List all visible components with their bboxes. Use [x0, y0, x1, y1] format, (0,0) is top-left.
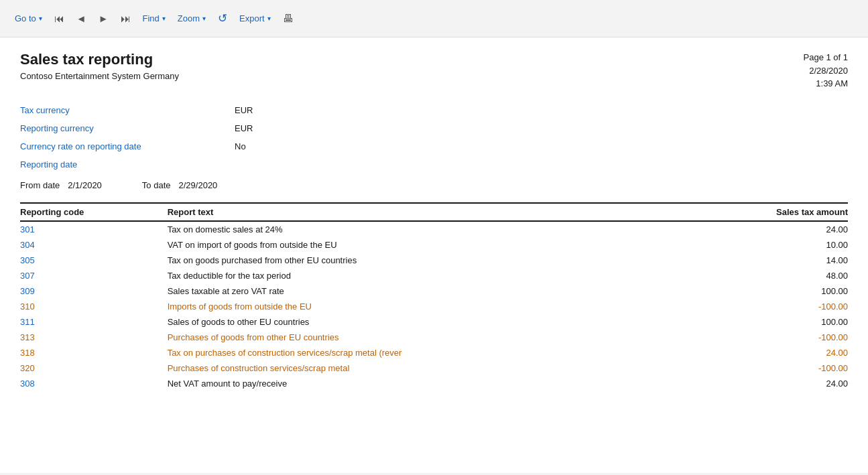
report-title-section: Sales tax reporting Contoso Entertainmen… [20, 51, 179, 81]
row-amount: 24.00 [677, 221, 848, 237]
row-amount: -100.00 [677, 360, 848, 376]
goto-chevron-icon: ▾ [39, 15, 42, 22]
row-description: Purchases of goods from other EU countri… [168, 330, 677, 345]
row-code: 313 [20, 330, 168, 345]
export-button[interactable]: Export ▾ [235, 11, 275, 26]
zoom-button[interactable]: Zoom ▾ [174, 11, 210, 26]
nav-next-button[interactable]: ► [95, 10, 113, 27]
row-code: 307 [20, 268, 168, 283]
tax-currency-row: Tax currency EUR [20, 101, 848, 119]
zoom-chevron-icon: ▾ [202, 15, 206, 22]
table-row: 305Tax on goods purchased from other EU … [20, 253, 848, 268]
row-code: 311 [20, 314, 168, 330]
reporting-date-row: Reporting date [20, 155, 848, 174]
row-code: 318 [20, 345, 168, 360]
row-description: Tax on domestic sales at 24% [168, 221, 677, 237]
refresh-button[interactable]: ↺ [214, 9, 231, 28]
report-time: 1:39 AM [804, 77, 849, 90]
goto-button[interactable]: Go to ▾ [11, 11, 46, 26]
currency-rate-row: Currency rate on reporting date No [20, 137, 848, 155]
zoom-label: Zoom [178, 13, 200, 23]
reporting-date-label: Reporting date [20, 159, 235, 169]
find-label: Find [143, 13, 160, 23]
report-header: Sales tax reporting Contoso Entertainmen… [20, 51, 848, 90]
currency-rate-value: No [235, 141, 246, 151]
report-table: Reporting code Report text Sales tax amo… [20, 202, 848, 391]
row-code: 305 [20, 253, 168, 268]
export-label: Export [239, 13, 265, 23]
report-area: Sales tax reporting Contoso Entertainmen… [0, 38, 868, 473]
row-amount: -100.00 [677, 330, 848, 345]
col-report-text: Report text [168, 203, 677, 221]
table-header-row: Reporting code Report text Sales tax amo… [20, 203, 848, 221]
row-code: 320 [20, 360, 168, 376]
row-amount: 24.00 [677, 345, 848, 360]
to-date-group: To date 2/29/2020 [142, 180, 218, 190]
row-amount: 10.00 [677, 237, 848, 253]
from-date-group: From date 2/1/2020 [20, 180, 102, 190]
col-sales-tax-amount: Sales tax amount [677, 203, 848, 221]
goto-label: Go to [15, 13, 36, 23]
report-title: Sales tax reporting [20, 51, 179, 68]
row-code: 309 [20, 283, 168, 299]
row-description: Net VAT amount to pay/receive [168, 376, 677, 391]
page-info: Page 1 of 1 [804, 51, 849, 64]
table-row: 307Tax deductible for the tax period48.0… [20, 268, 848, 283]
table-row: 304VAT on import of goods from outside t… [20, 237, 848, 253]
tax-currency-value: EUR [235, 105, 253, 115]
info-section: Tax currency EUR Reporting currency EUR … [20, 101, 848, 174]
table-row: 310Imports of goods from outside the EU-… [20, 299, 848, 314]
reporting-currency-row: Reporting currency EUR [20, 119, 848, 137]
row-amount: 100.00 [677, 283, 848, 299]
table-row: 309Sales taxable at zero VAT rate100.00 [20, 283, 848, 299]
row-description: Tax on goods purchased from other EU cou… [168, 253, 677, 268]
row-amount: 48.00 [677, 268, 848, 283]
row-amount: -100.00 [677, 299, 848, 314]
table-row: 313Purchases of goods from other EU coun… [20, 330, 848, 345]
table-row: 311Sales of goods to other EU countries1… [20, 314, 848, 330]
export-chevron-icon: ▾ [267, 15, 271, 22]
row-code: 310 [20, 299, 168, 314]
tax-currency-label: Tax currency [20, 105, 235, 115]
table-row: 308Net VAT amount to pay/receive24.00 [20, 376, 848, 391]
print-button[interactable]: 🖶 [279, 10, 298, 27]
reporting-currency-label: Reporting currency [20, 123, 235, 133]
to-date-label: To date [142, 180, 171, 190]
row-description: Tax on purchases of construction service… [168, 345, 677, 360]
row-description: Sales taxable at zero VAT rate [168, 283, 677, 299]
find-chevron-icon: ▾ [162, 15, 166, 22]
row-description: Sales of goods to other EU countries [168, 314, 677, 330]
date-section: From date 2/1/2020 To date 2/29/2020 [20, 180, 848, 190]
to-date-value: 2/29/2020 [179, 180, 218, 190]
table-row: 301Tax on domestic sales at 24%24.00 [20, 221, 848, 237]
row-code: 304 [20, 237, 168, 253]
row-description: VAT on import of goods from outside the … [168, 237, 677, 253]
row-description: Tax deductible for the tax period [168, 268, 677, 283]
col-reporting-code: Reporting code [20, 203, 168, 221]
row-amount: 100.00 [677, 314, 848, 330]
row-code: 308 [20, 376, 168, 391]
row-amount: 24.00 [677, 376, 848, 391]
nav-last-button[interactable]: ⏭ [117, 10, 135, 27]
from-date-label: From date [20, 180, 60, 190]
row-description: Purchases of construction services/scrap… [168, 360, 677, 376]
report-meta: Page 1 of 1 2/28/2020 1:39 AM [804, 51, 849, 90]
nav-first-button[interactable]: ⏮ [50, 10, 68, 27]
reporting-currency-value: EUR [235, 123, 253, 133]
toolbar: Go to ▾ ⏮ ◄ ► ⏭ Find ▾ Zoom ▾ ↺ Export ▾… [0, 0, 868, 38]
find-button[interactable]: Find ▾ [139, 11, 170, 26]
report-date: 2/28/2020 [804, 64, 849, 78]
table-row: 320Purchases of construction services/sc… [20, 360, 848, 376]
row-description: Imports of goods from outside the EU [168, 299, 677, 314]
report-subtitle: Contoso Entertainment System Germany [20, 71, 179, 81]
from-date-value: 2/1/2020 [68, 180, 102, 190]
row-amount: 14.00 [677, 253, 848, 268]
row-code: 301 [20, 221, 168, 237]
nav-prev-button[interactable]: ◄ [72, 10, 90, 27]
table-row: 318Tax on purchases of construction serv… [20, 345, 848, 360]
currency-rate-label: Currency rate on reporting date [20, 141, 235, 151]
